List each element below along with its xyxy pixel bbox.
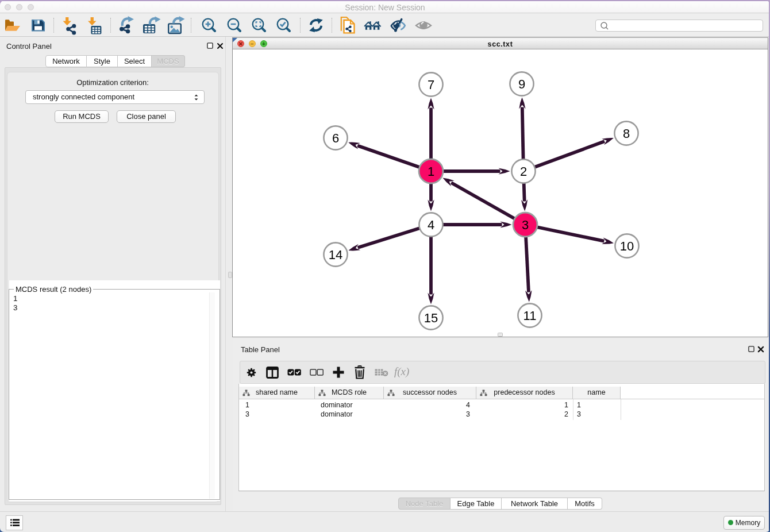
svg-text:4: 4: [428, 218, 434, 232]
svg-text:9: 9: [518, 77, 525, 91]
svg-text:1: 1: [428, 164, 434, 179]
svg-text:8: 8: [623, 126, 630, 141]
svg-text:11: 11: [523, 309, 537, 323]
svg-text:10: 10: [620, 239, 634, 253]
svg-text:6: 6: [332, 131, 339, 145]
svg-text:3: 3: [522, 218, 529, 232]
svg-text:2: 2: [520, 164, 527, 179]
svg-text:7: 7: [428, 78, 434, 92]
svg-text:15: 15: [424, 311, 438, 325]
svg-text:14: 14: [329, 248, 342, 262]
